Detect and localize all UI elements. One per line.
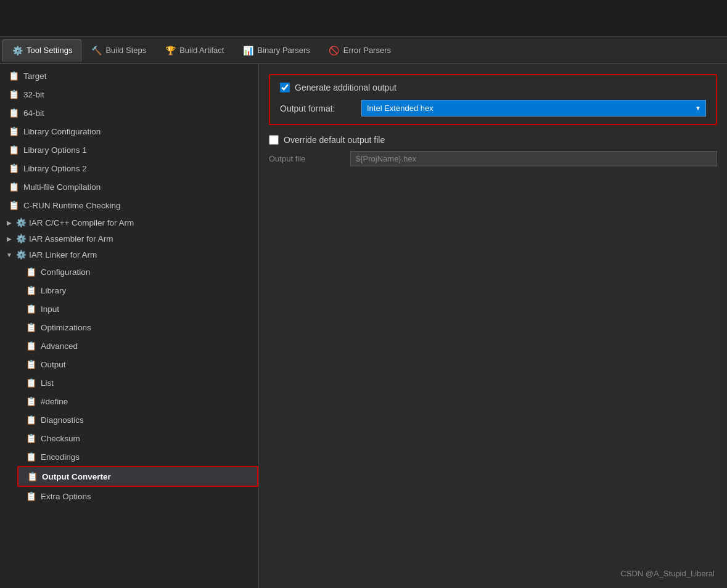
sidebar-child-label-advanced: Advanced — [41, 341, 78, 351]
override-checkbox[interactable] — [269, 135, 279, 145]
sidebar-label-32bit: 32-bit — [23, 90, 44, 99]
tab-build-steps[interactable]: 🔨Build Steps — [81, 39, 155, 62]
sidebar-item-input[interactable]: 📋Input — [17, 300, 258, 318]
sidebar-arrow-iar-assembler: ▶ — [5, 235, 14, 242]
sidebar-label-crun: C-RUN Runtime Checking — [23, 201, 121, 210]
sidebar-icon-library-config: 📋 — [7, 125, 20, 137]
sidebar-child-icon-configuration: 📋 — [25, 266, 37, 278]
sidebar-item-target[interactable]: 📋Target — [0, 67, 258, 85]
sidebar-icon-multi-file: 📋 — [7, 181, 20, 193]
output-file-row: Output file — [269, 151, 717, 166]
sidebar-arrow-iar-compiler: ▶ — [5, 219, 14, 226]
sidebar-child-icon-output-converter: 📋 — [26, 470, 38, 483]
sidebar-item-extra-options[interactable]: 📋Extra Options — [17, 487, 258, 505]
sidebar-child-icon-output: 📋 — [25, 358, 37, 370]
sidebar-icon-library-options-1: 📋 — [7, 144, 20, 156]
right-panel: Generate additional output Output format… — [259, 64, 727, 588]
sidebar-group-icon-iar-linker: ⚙️ — [16, 250, 27, 259]
sidebar-label-64bit: 64-bit — [23, 108, 44, 118]
settings-box: Generate additional output Output format… — [269, 74, 717, 125]
tabs-bar: ⚙️Tool Settings🔨Build Steps🏆Build Artifa… — [0, 37, 727, 64]
tab-label-build-steps: Build Steps — [105, 46, 146, 55]
sidebar-icon-target: 📋 — [7, 70, 20, 82]
generate-output-row: Generate additional output — [280, 83, 706, 92]
watermark: CSDN @A_Stupid_Liberal — [620, 569, 715, 578]
sidebar-child-label-extra-options: Extra Options — [41, 492, 91, 501]
tab-label-tool-settings: Tool Settings — [27, 46, 72, 55]
sidebar-child-icon-list: 📋 — [25, 377, 37, 389]
sidebar-child-icon-input: 📋 — [25, 303, 37, 315]
generate-output-checkbox[interactable] — [280, 83, 290, 92]
output-format-row: Output format: Intel Extended hexMotorol… — [280, 100, 706, 116]
sidebar-item-32bit[interactable]: 📋32-bit — [0, 85, 258, 104]
sidebar-group-iar-linker[interactable]: ▼⚙️IAR Linker for Arm — [0, 247, 258, 263]
sidebar-item-library-config[interactable]: 📋Library Configuration — [0, 122, 258, 141]
sidebar-item-define[interactable]: 📋#define — [17, 392, 258, 410]
sidebar-item-list[interactable]: 📋List — [17, 374, 258, 392]
sidebar-child-label-library: Library — [41, 286, 66, 295]
sidebar-children-iar-linker: 📋Configuration📋Library📋Input📋Optimizatio… — [0, 263, 258, 505]
sidebar-child-icon-library: 📋 — [25, 284, 37, 296]
tab-label-error-parsers: Error Parsers — [343, 46, 391, 55]
sidebar-child-label-diagnostics: Diagnostics — [41, 415, 84, 425]
sidebar-item-checksum[interactable]: 📋Checksum — [17, 429, 258, 447]
tab-icon-tool-settings: ⚙️ — [12, 45, 23, 56]
output-format-label: Output format: — [280, 104, 354, 113]
sidebar-item-multi-file[interactable]: 📋Multi-file Compilation — [0, 178, 258, 196]
sidebar-item-encodings[interactable]: 📋Encodings — [17, 447, 258, 466]
sidebar-arrow-iar-linker: ▼ — [5, 251, 14, 258]
output-file-label: Output file — [269, 154, 343, 163]
sidebar-item-64bit[interactable]: 📋64-bit — [0, 104, 258, 122]
sidebar-item-crun[interactable]: 📋C-RUN Runtime Checking — [0, 196, 258, 214]
tab-label-build-artifact: Build Artifact — [179, 46, 224, 55]
override-label: Override default output file — [284, 135, 385, 145]
sidebar: 📋Target📋32-bit📋64-bit📋Library Configurat… — [0, 64, 259, 588]
sidebar-child-label-output-converter: Output Converter — [42, 472, 111, 481]
sidebar-label-library-options-1: Library Options 1 — [23, 145, 87, 155]
sidebar-item-library-options-2[interactable]: 📋Library Options 2 — [0, 159, 258, 178]
sidebar-item-output[interactable]: 📋Output — [17, 355, 258, 374]
sidebar-group-iar-compiler[interactable]: ▶⚙️IAR C/C++ Compiler for Arm — [0, 214, 258, 231]
sidebar-child-icon-encodings: 📋 — [25, 451, 37, 463]
sidebar-item-library[interactable]: 📋Library — [17, 281, 258, 300]
sidebar-child-label-output: Output — [41, 360, 66, 369]
sidebar-group-iar-assembler[interactable]: ▶⚙️IAR Assembler for Arm — [0, 231, 258, 247]
sidebar-item-output-converter[interactable]: 📋Output Converter — [17, 466, 258, 487]
sidebar-child-label-encodings: Encodings — [41, 452, 80, 462]
output-format-select[interactable]: Intel Extended hexMotorola hexRaw binary… — [361, 100, 706, 116]
generate-output-label: Generate additional output — [295, 83, 396, 92]
sidebar-group-icon-iar-compiler: ⚙️ — [16, 218, 27, 227]
tab-icon-build-steps: 🔨 — [91, 45, 102, 56]
sidebar-item-configuration[interactable]: 📋Configuration — [17, 263, 258, 281]
sidebar-item-advanced[interactable]: 📋Advanced — [17, 337, 258, 355]
sidebar-group-label-iar-linker: IAR Linker for Arm — [29, 250, 97, 259]
sidebar-item-library-options-1[interactable]: 📋Library Options 1 — [0, 141, 258, 159]
sidebar-group-label-iar-assembler: IAR Assembler for Arm — [29, 234, 113, 243]
tab-icon-error-parsers: 🚫 — [329, 45, 340, 56]
sidebar-child-icon-checksum: 📋 — [25, 432, 37, 444]
tab-icon-build-artifact: 🏆 — [165, 45, 176, 56]
sidebar-child-label-optimizations: Optimizations — [41, 323, 91, 332]
sidebar-item-diagnostics[interactable]: 📋Diagnostics — [17, 410, 258, 429]
sidebar-icon-64bit: 📋 — [7, 107, 20, 119]
sidebar-item-optimizations[interactable]: 📋Optimizations — [17, 318, 258, 337]
sidebar-icon-crun: 📋 — [7, 199, 20, 211]
override-row: Override default output file — [269, 135, 717, 145]
main-content: 📋Target📋32-bit📋64-bit📋Library Configurat… — [0, 64, 727, 588]
sidebar-label-library-options-2: Library Options 2 — [23, 164, 87, 173]
top-bar — [0, 0, 727, 37]
tab-error-parsers[interactable]: 🚫Error Parsers — [319, 39, 400, 62]
tab-tool-settings[interactable]: ⚙️Tool Settings — [2, 39, 81, 62]
sidebar-label-target: Target — [23, 71, 47, 81]
tab-icon-binary-parsers: 📊 — [242, 45, 253, 56]
tab-label-binary-parsers: Binary Parsers — [257, 46, 310, 55]
sidebar-child-label-define: #define — [41, 397, 68, 406]
output-format-select-wrapper: Intel Extended hexMotorola hexRaw binary… — [361, 100, 706, 116]
output-file-input[interactable] — [350, 151, 717, 166]
sidebar-icon-library-options-2: 📋 — [7, 162, 20, 174]
sidebar-child-label-configuration: Configuration — [41, 267, 90, 277]
tab-binary-parsers[interactable]: 📊Binary Parsers — [233, 39, 319, 62]
sidebar-label-library-config: Library Configuration — [23, 127, 101, 136]
tab-build-artifact[interactable]: 🏆Build Artifact — [155, 39, 233, 62]
sidebar-child-label-checksum: Checksum — [41, 434, 80, 443]
